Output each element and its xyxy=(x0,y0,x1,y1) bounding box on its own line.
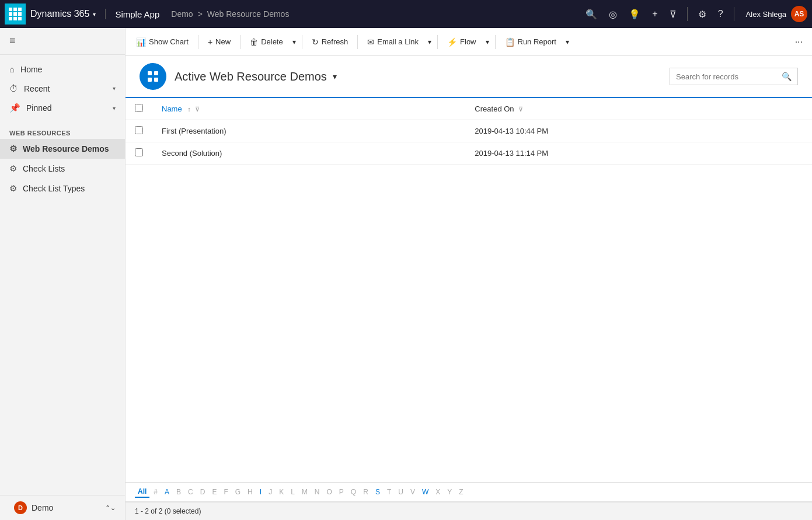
web-resource-demos-icon: ⚙ xyxy=(9,144,17,154)
refresh-button[interactable]: ↻ Refresh xyxy=(306,32,354,53)
created-on-filter-icon[interactable]: ⊽ xyxy=(518,106,523,113)
name-sort-icon[interactable]: ↑ xyxy=(187,106,191,113)
row-checkbox-cell[interactable] xyxy=(126,120,152,142)
alpha-btn-y: Y xyxy=(444,487,455,497)
th-created-on[interactable]: Created On ⊽ xyxy=(465,98,812,120)
sidebar-nav: ⌂ Home ⏱ Recent ▾ 📌 Pinned ▾ xyxy=(0,55,125,123)
table-container: Name ↑ ⊽ Created On ⊽ First (Presentat xyxy=(126,98,812,482)
alpha-btn-v: V xyxy=(407,487,418,497)
row-name[interactable]: Second (Solution) xyxy=(152,142,465,165)
view-title-text: Active Web Resource Demos xyxy=(175,70,327,83)
alpha-btn-r: R xyxy=(360,487,371,497)
search-icon[interactable]: 🔍 xyxy=(582,5,601,23)
new-button[interactable]: + New xyxy=(202,32,236,53)
view-title-chevron-icon[interactable]: ▾ xyxy=(333,72,337,81)
alpha-btn-all[interactable]: All xyxy=(135,486,149,498)
alpha-btn-b: B xyxy=(173,487,184,497)
user-avatar: AS xyxy=(791,6,807,22)
flow-button[interactable]: ⚡ Flow xyxy=(441,32,482,53)
target-icon[interactable]: ◎ xyxy=(605,5,621,23)
alpha-btn-i[interactable]: I xyxy=(257,487,264,497)
th-select-all[interactable] xyxy=(126,98,152,120)
alpha-btn-o: O xyxy=(324,487,335,497)
alpha-btn-z: Z xyxy=(456,487,466,497)
view-icon xyxy=(140,63,166,90)
th-name[interactable]: Name ↑ ⊽ xyxy=(152,98,465,120)
name-filter-icon[interactable]: ⊽ xyxy=(195,106,200,113)
sidebar-item-check-lists[interactable]: ⚙ Check Lists xyxy=(0,159,125,179)
show-chart-label: Show Chart xyxy=(149,37,189,46)
sidebar-item-recent[interactable]: ⏱ Recent ▾ xyxy=(0,79,125,98)
search-magnifier-icon[interactable]: 🔍 xyxy=(782,72,792,81)
delete-icon: 🗑 xyxy=(250,37,258,47)
status-bar: 1 - 2 of 2 (0 selected) xyxy=(126,502,812,520)
flow-label: Flow xyxy=(460,37,476,46)
row-checkbox[interactable] xyxy=(135,126,143,134)
alpha-btn-l: L xyxy=(288,487,298,497)
th-name-label[interactable]: Name xyxy=(162,104,182,113)
home-icon: ⌂ xyxy=(9,64,15,74)
alpha-btn-m: M xyxy=(299,487,311,497)
check-list-types-icon: ⚙ xyxy=(9,183,17,194)
sidebar-bottom-app[interactable]: D Demo ⌃⌄ xyxy=(0,495,125,520)
email-link-dropdown-button[interactable]: ▾ xyxy=(426,36,434,48)
settings-icon[interactable]: ⚙ xyxy=(695,5,710,23)
toolbar-sep-1 xyxy=(198,35,198,49)
new-label: New xyxy=(215,37,231,46)
help-icon[interactable]: ? xyxy=(715,5,727,23)
bottom-app-chevron-icon: ⌃⌄ xyxy=(105,504,116,512)
run-report-dropdown-button[interactable]: ▾ xyxy=(563,36,571,48)
refresh-icon: ↻ xyxy=(312,37,319,47)
app-name: Simple App xyxy=(115,9,159,19)
alpha-btn-x: X xyxy=(433,487,443,497)
home-label: Home xyxy=(20,65,42,74)
search-box[interactable]: 🔍 xyxy=(670,68,798,85)
run-report-button[interactable]: 📋 Run Report xyxy=(499,32,562,53)
sidebar-item-web-resource-demos[interactable]: ⚙ Web Resource Demos xyxy=(0,139,125,159)
sidebar-item-pinned[interactable]: 📌 Pinned ▾ xyxy=(0,98,125,118)
alpha-btn-j: J xyxy=(266,487,275,497)
alpha-btn-c: C xyxy=(185,487,196,497)
alpha-btn-s[interactable]: S xyxy=(372,487,383,497)
recent-chevron-icon: ▾ xyxy=(113,85,116,92)
alpha-btn-f: F xyxy=(221,487,231,497)
row-checkbox[interactable] xyxy=(135,148,143,156)
row-checkbox-cell[interactable] xyxy=(126,142,152,165)
flow-dropdown-button[interactable]: ▾ xyxy=(483,36,492,48)
svg-rect-1 xyxy=(154,71,158,75)
pinned-label: Pinned xyxy=(26,103,52,113)
dynamics-chevron-icon: ▾ xyxy=(93,11,96,18)
filter-icon[interactable]: ⊽ xyxy=(666,5,680,23)
alpha-btn-w[interactable]: W xyxy=(419,487,431,497)
sidebar-menu-icon[interactable]: ≡ xyxy=(9,35,16,47)
breadcrumb-demo[interactable]: Demo xyxy=(171,9,193,19)
user-info[interactable]: Alex Shlega AS xyxy=(741,6,807,22)
view-title: Active Web Resource Demos ▾ xyxy=(175,70,337,83)
alpha-btn-t: T xyxy=(384,487,394,497)
demo-app-icon: D xyxy=(14,501,27,514)
bulb-icon[interactable]: 💡 xyxy=(625,5,644,23)
delete-dropdown-button[interactable]: ▾ xyxy=(290,36,298,48)
sidebar-item-check-list-types[interactable]: ⚙ Check List Types xyxy=(0,179,125,198)
dynamics-365-title[interactable]: Dynamics 365 ▾ xyxy=(30,9,106,19)
toolbar-sep-6 xyxy=(495,35,496,49)
alpha-btn-a[interactable]: A xyxy=(162,487,172,497)
sidebar-item-home[interactable]: ⌂ Home xyxy=(0,60,125,79)
select-all-checkbox[interactable] xyxy=(135,104,143,112)
check-lists-icon: ⚙ xyxy=(9,163,17,174)
row-name[interactable]: First (Presentation) xyxy=(152,120,465,142)
waffle-menu[interactable] xyxy=(5,4,26,25)
email-link-button[interactable]: ✉ Email a Link xyxy=(361,32,424,53)
show-chart-button[interactable]: 📊 Show Chart xyxy=(130,32,194,53)
add-icon[interactable]: + xyxy=(649,5,661,23)
alphabet-navigation: All#ABCDEFGHIJKLMNOPQRSTUVWXYZ xyxy=(126,482,812,502)
sidebar-top: ≡ xyxy=(0,28,125,55)
more-button[interactable]: ··· xyxy=(790,34,807,50)
nav-separator-2 xyxy=(734,7,734,21)
show-chart-icon: 📊 xyxy=(136,37,146,47)
delete-button[interactable]: 🗑 Delete xyxy=(244,32,289,53)
alpha-btn-n: N xyxy=(312,487,323,497)
search-input[interactable] xyxy=(676,72,778,81)
table-row: Second (Solution) 2019-04-13 11:14 PM xyxy=(126,142,812,165)
top-navigation: Dynamics 365 ▾ Simple App Demo > Web Res… xyxy=(0,0,812,28)
